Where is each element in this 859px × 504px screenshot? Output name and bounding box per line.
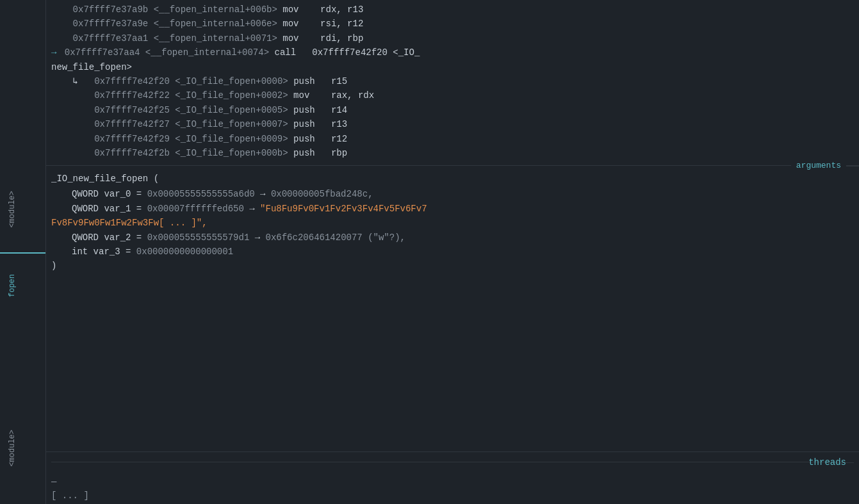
sym-6: <_IO_file_fopen+0002> bbox=[175, 88, 293, 102]
arg2-type: QWORD bbox=[51, 231, 104, 245]
addr-2: 0x7ffff7e37a9e bbox=[51, 17, 154, 31]
arg-var1: QWORD var_1 = 0x00007ffffffed650 → "Fu8F… bbox=[51, 202, 854, 216]
arg2-name: var_2 bbox=[104, 231, 131, 245]
disasm-line-9: 0x7ffff7e42f29 <_IO_file_fopen+0009> pus… bbox=[51, 132, 854, 146]
addr-9: 0x7ffff7e42f29 bbox=[51, 132, 175, 146]
ops-6: rax, rdx bbox=[331, 88, 374, 102]
sym-3: <__fopen_internal+0071> bbox=[154, 31, 283, 45]
sym-10: <_IO_file_fopen+000b> bbox=[175, 146, 293, 160]
sym-4: <__fopen_internal+0074> bbox=[145, 45, 275, 60]
sym-5: <_IO_file_fopen+0000> bbox=[175, 74, 293, 88]
arg0-eq: = bbox=[131, 187, 147, 201]
threads-line bbox=[51, 462, 830, 462]
new-file-fopen: new_file_fopen> bbox=[51, 60, 132, 74]
arg3-name: var_3 bbox=[94, 245, 120, 259]
threads-divider: threads ———— bbox=[46, 451, 859, 472]
divider-line bbox=[46, 165, 835, 166]
ops-1: rdx, r13 bbox=[320, 3, 363, 17]
arg0-name: var_0 bbox=[104, 187, 131, 201]
arguments-divider: arguments ———— bbox=[46, 165, 859, 166]
bracket-text: [ ... ] bbox=[51, 491, 89, 501]
dash-text: — bbox=[51, 476, 56, 487]
disasm-section: 0x7ffff7e37a9b <__fopen_internal+006b> m… bbox=[46, 0, 859, 163]
arguments-label: arguments bbox=[791, 161, 846, 170]
sidebar-module-bottom-label: <module> bbox=[5, 425, 19, 472]
ops-8: r13 bbox=[331, 117, 347, 131]
arg-var2: QWORD var_2 = 0x000055555555579d1 → 0x6f… bbox=[51, 231, 854, 245]
arg3-eq: = bbox=[120, 245, 136, 259]
arg1-eq: = bbox=[131, 202, 147, 216]
mnem-7: push bbox=[293, 103, 331, 117]
dash-line: — bbox=[51, 475, 854, 489]
sym-1: <__fopen_internal+006b> bbox=[154, 3, 283, 17]
ops-7: r14 bbox=[331, 103, 347, 117]
hook-arrow: ↳ bbox=[51, 74, 94, 88]
arg2-resolved: 0x6f6c206461420077 ("w"?), bbox=[266, 231, 405, 245]
mnem-8: push bbox=[293, 117, 331, 131]
ops-3: rdi, rbp bbox=[320, 31, 363, 45]
ops-10: rbp bbox=[331, 146, 347, 160]
arg2-val: 0x000055555555579d1 bbox=[147, 231, 250, 245]
ops-4: 0x7ffff7e42f20 <_IO_ bbox=[312, 45, 420, 60]
arg1-name: var_1 bbox=[104, 202, 131, 216]
addr-1: 0x7ffff7e37a9b bbox=[51, 3, 154, 17]
arguments-section: _IO_new_file_fopen ( QWORD var_0 = 0x000… bbox=[46, 168, 859, 451]
disasm-line-6: 0x7ffff7e42f22 <_IO_file_fopen+0002> mov… bbox=[51, 88, 854, 102]
arg2-eq: = bbox=[131, 231, 147, 245]
disasm-line-5: ↳ 0x7ffff7e42f20 <_IO_file_fopen+0000> p… bbox=[51, 74, 854, 88]
ops-2: rsi, r12 bbox=[320, 17, 363, 31]
disasm-line-8: 0x7ffff7e42f27 <_IO_file_fopen+0007> pus… bbox=[51, 117, 854, 131]
arg2-arrow: → bbox=[249, 231, 265, 245]
sym-2: <__fopen_internal+006e> bbox=[154, 17, 283, 31]
mnem-2: mov bbox=[282, 17, 320, 31]
disasm-line-4-cont: new_file_fopen> bbox=[51, 60, 854, 74]
arg-var3: int var_3 = 0x0000000000000001 bbox=[51, 245, 854, 259]
arg0-resolved: 0x00000005fbad248c, bbox=[271, 187, 373, 201]
arg-var1-cont: Fv8Fv9Fw0Fw1Fw2Fw3Fw[ ... ]", bbox=[51, 216, 854, 230]
ops-5: r15 bbox=[331, 74, 347, 88]
main-container: <module> fopen <module> 0x7ffff7e37a9b <… bbox=[0, 0, 859, 504]
bracket-line: [ ... ] bbox=[51, 489, 854, 503]
mnem-5: push bbox=[293, 74, 331, 88]
arg1-val: 0x00007ffffffed650 bbox=[147, 202, 244, 216]
addr-10: 0x7ffff7e42f2b bbox=[51, 146, 175, 160]
mnem-4: call bbox=[274, 45, 312, 60]
addr-5: 0x7ffff7e42f20 bbox=[94, 74, 175, 88]
close-paren: ) bbox=[51, 259, 854, 273]
arg0-arrow: → bbox=[255, 187, 271, 201]
mnem-3: mov bbox=[282, 31, 320, 45]
ops-9: r12 bbox=[331, 132, 347, 146]
content-area: 0x7ffff7e37a9b <__fopen_internal+006b> m… bbox=[46, 0, 859, 504]
arg-var0: QWORD var_0 = 0x00005555555555a6d0 → 0x0… bbox=[51, 187, 854, 201]
arg3-type: int bbox=[51, 245, 94, 259]
arg0-val: 0x00005555555555a6d0 bbox=[147, 187, 255, 201]
sidebar-module-top-label: <module> bbox=[5, 186, 19, 233]
arg1-arrow: → bbox=[244, 202, 260, 216]
disasm-line-3: 0x7ffff7e37aa1 <__fopen_internal+0071> m… bbox=[51, 31, 854, 45]
left-sidebar: <module> fopen <module> bbox=[0, 0, 46, 504]
arrow-indicator: → bbox=[51, 45, 62, 60]
sym-7: <_IO_file_fopen+0005> bbox=[175, 103, 293, 117]
bottom-section: — [ ... ] bbox=[46, 472, 859, 504]
sym-9: <_IO_file_fopen+0009> bbox=[175, 132, 293, 146]
disasm-line-1: 0x7ffff7e37a9b <__fopen_internal+006b> m… bbox=[51, 3, 854, 17]
arg1-string-end: Fv8Fv9Fw0Fw1Fw2Fw3Fw[ ... ]", bbox=[51, 216, 208, 230]
func-signature: _IO_new_file_fopen ( bbox=[51, 171, 854, 187]
sym-8: <_IO_file_fopen+0007> bbox=[175, 117, 293, 131]
threads-label: threads bbox=[808, 457, 846, 467]
disasm-line-2: 0x7ffff7e37a9e <__fopen_internal+006e> m… bbox=[51, 17, 854, 31]
close-paren-text: ) bbox=[51, 259, 56, 273]
sidebar-divider-top bbox=[0, 252, 45, 254]
addr-8: 0x7ffff7e42f27 bbox=[51, 117, 175, 131]
mnem-9: push bbox=[293, 132, 331, 146]
disasm-line-7: 0x7ffff7e42f25 <_IO_file_fopen+0005> pus… bbox=[51, 103, 854, 117]
disasm-line-10: 0x7ffff7e42f2b <_IO_file_fopen+000b> pus… bbox=[51, 146, 854, 160]
mnem-1: mov bbox=[282, 3, 320, 17]
addr-4: 0x7ffff7e37aa4 bbox=[65, 45, 145, 60]
func-name: _IO_new_file_fopen ( bbox=[51, 171, 159, 187]
mnem-10: push bbox=[293, 146, 331, 160]
addr-7: 0x7ffff7e42f25 bbox=[51, 103, 175, 117]
disasm-line-4-arrow: → 0x7ffff7e37aa4 <__fopen_internal+0074>… bbox=[51, 45, 854, 60]
arg3-val: 0x0000000000000001 bbox=[136, 245, 233, 259]
arg1-string-start: "Fu8Fu9Fv0Fv1Fv2Fv3Fv4Fv5Fv6Fv7 bbox=[260, 202, 427, 216]
